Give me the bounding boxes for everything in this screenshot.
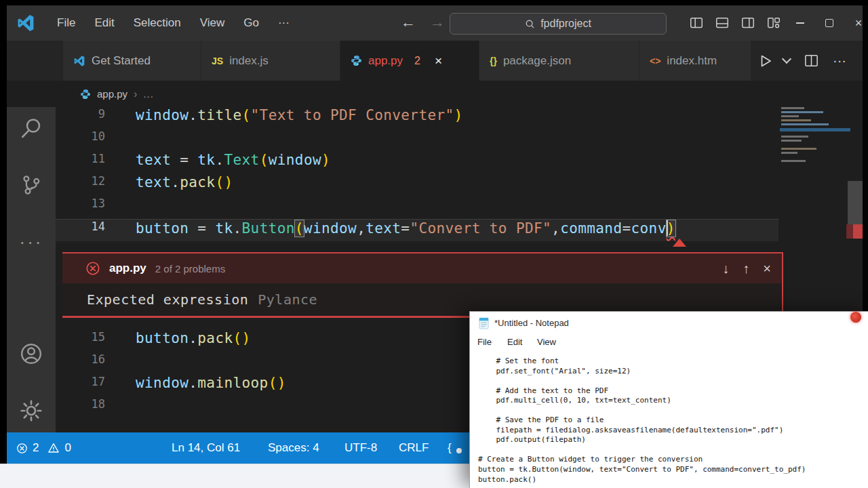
- run-button[interactable]: [754, 41, 777, 81]
- back-arrow-icon[interactable]: ←: [397, 5, 420, 41]
- peek-header[interactable]: app.py 2 of 2 problems ↓ ↑ ×: [62, 253, 782, 283]
- error-marker: [853, 224, 863, 239]
- cursor-position: Ln 14, Col 61: [172, 441, 240, 455]
- layout-customize-icon[interactable]: [766, 16, 781, 30]
- notepad-line: button.pack(): [478, 475, 858, 485]
- code-token: (: [242, 107, 251, 123]
- split-editor-icon: [804, 53, 819, 68]
- menu-go[interactable]: Go: [234, 5, 269, 41]
- tab-label: index.js: [229, 54, 269, 68]
- forward-arrow-icon[interactable]: →: [426, 5, 449, 41]
- menu-view[interactable]: View: [191, 5, 235, 41]
- tab-label: index.htm: [667, 54, 717, 68]
- code-text: text.pack(): [136, 174, 233, 197]
- python-icon: [80, 89, 91, 100]
- editor-tab-bar: Get Started JS index.js app.py 2 × {} pa…: [7, 41, 863, 81]
- layout-panel-icon[interactable]: [715, 16, 730, 30]
- notepad-line: # Add the text to the PDF: [478, 386, 858, 396]
- menu-edit[interactable]: Edit: [85, 5, 123, 41]
- code-token: ,: [551, 220, 560, 237]
- code-line-12[interactable]: 12 text.pack(): [56, 174, 778, 197]
- code-token: text: [136, 174, 171, 190]
- js-icon: JS: [212, 56, 223, 66]
- next-problem-icon[interactable]: ↓: [722, 261, 729, 277]
- encoding-status[interactable]: UTF-8: [344, 432, 377, 464]
- line-number: 13: [56, 197, 105, 219]
- command-search-box[interactable]: fpdfproject: [450, 13, 667, 35]
- layout-sidebar-left-icon[interactable]: [689, 16, 704, 30]
- notepad-line: button = tk.Button(window, text="Convert…: [478, 465, 858, 475]
- code-token: text: [366, 220, 401, 237]
- language-mode: {: [448, 441, 452, 455]
- code-token: (: [260, 152, 269, 168]
- code-text: window.title("Text to PDF Converter"): [136, 107, 463, 129]
- cursor-position-status[interactable]: Ln 14, Col 61: [172, 432, 240, 464]
- editor-more-actions[interactable]: ···: [826, 41, 853, 81]
- menu-more[interactable]: ···: [269, 5, 299, 41]
- code-line-13[interactable]: 13: [56, 197, 778, 219]
- tab-index-js[interactable]: JS index.js: [201, 41, 340, 81]
- language-mode-status[interactable]: {: [448, 432, 462, 464]
- run-dropdown-button[interactable]: [777, 41, 796, 81]
- notepad-menu-file[interactable]: File: [477, 337, 492, 347]
- breadcrumb[interactable]: app.py › ...: [7, 81, 863, 107]
- breadcrumb-file[interactable]: app.py: [97, 88, 127, 100]
- indentation-status[interactable]: Spaces: 4: [268, 432, 319, 464]
- problem-count-badge: 2: [414, 55, 420, 67]
- scrollbar-thumb[interactable]: [848, 181, 863, 230]
- code-token: .: [233, 220, 242, 237]
- notepad-window[interactable]: *Untitled - Notepad File Edit View # Set…: [469, 311, 868, 488]
- tab-index-htm[interactable]: <> index.htm: [639, 41, 751, 81]
- frame-strip-top: [0, 0, 868, 5]
- code-token: Button: [242, 220, 295, 237]
- code-line-10[interactable]: 10: [56, 129, 778, 152]
- notepad-menu-view[interactable]: View: [537, 337, 556, 347]
- tab-package-json[interactable]: {} package.json: [479, 41, 639, 81]
- notepad-line: [478, 445, 858, 455]
- braces-icon: {}: [490, 56, 497, 66]
- line-number: 14: [56, 220, 105, 242]
- tab-label: app.py: [368, 54, 403, 68]
- line-number: 10: [56, 129, 105, 152]
- python-icon: [351, 55, 362, 66]
- tab-label: package.json: [503, 54, 571, 68]
- tab-app-py[interactable]: app.py 2 ×: [340, 41, 479, 81]
- code-token: ): [242, 330, 251, 346]
- code-token: ): [321, 152, 330, 168]
- code-line-14-current[interactable]: 14 button = tk.Button(window,text="Conve…: [56, 219, 778, 241]
- split-editor-button[interactable]: [799, 41, 823, 81]
- code-line-11[interactable]: 11 text = tk.Text(window): [56, 152, 778, 174]
- code-token: tk: [197, 152, 215, 168]
- code-text: button.pack(): [136, 330, 251, 352]
- vscode-logo-icon: [73, 55, 85, 67]
- tab-label: Get Started: [92, 54, 151, 68]
- close-icon: ×: [855, 16, 863, 30]
- menu-selection[interactable]: Selection: [124, 5, 191, 41]
- encoding: UTF-8: [344, 441, 377, 455]
- code-token: =: [401, 220, 410, 237]
- peek-close-icon[interactable]: ×: [763, 261, 771, 277]
- code-token: window: [136, 107, 189, 123]
- code-token: =: [622, 220, 631, 237]
- chevron-down-icon: [782, 54, 791, 64]
- title-bar[interactable]: File Edit Selection View Go ··· ← → fpdf…: [7, 5, 863, 41]
- tab-close-icon[interactable]: ×: [435, 54, 442, 68]
- eol-status[interactable]: CRLF: [399, 432, 429, 464]
- maximize-button[interactable]: [818, 5, 841, 41]
- breadcrumb-symbol[interactable]: ...: [143, 88, 154, 100]
- previous-problem-icon[interactable]: ↑: [743, 261, 749, 277]
- minimize-button[interactable]: [789, 5, 812, 41]
- code-token: pack: [197, 330, 233, 346]
- code-token: Text: [224, 152, 259, 168]
- problems-status[interactable]: 2 0: [16, 432, 71, 464]
- problems-peek-view: app.py 2 of 2 problems ↓ ↑ × Expected ex…: [62, 252, 783, 318]
- peek-controls: ↓ ↑ ×: [722, 261, 771, 277]
- menu-file[interactable]: File: [47, 5, 85, 41]
- tab-get-started[interactable]: Get Started: [63, 41, 201, 81]
- play-icon: [757, 53, 774, 69]
- code-line-9[interactable]: 9 window.title("Text to PDF Converter"): [56, 107, 778, 129]
- code-token: conv: [631, 220, 667, 237]
- notepad-menu-edit[interactable]: Edit: [507, 337, 522, 347]
- layout-sidebar-right-icon[interactable]: [741, 16, 755, 30]
- notepad-text-area[interactable]: # Set the font pdf.set_font("Arial", siz…: [478, 357, 858, 485]
